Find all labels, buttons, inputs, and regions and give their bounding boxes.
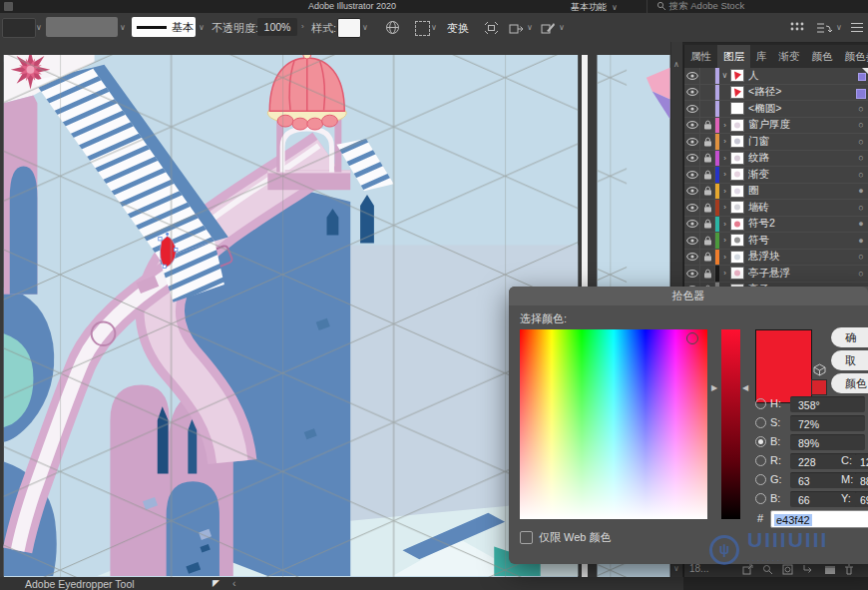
opacity-field[interactable]: 100% xyxy=(257,18,297,36)
brightness-slider[interactable] xyxy=(721,329,740,519)
layer-target-icon[interactable]: ○ xyxy=(853,269,868,279)
radio-r[interactable] xyxy=(755,455,766,466)
eye-icon[interactable] xyxy=(686,171,698,179)
out-of-web-gamut-cube-icon[interactable] xyxy=(813,363,826,376)
layer-thumbnail[interactable] xyxy=(730,135,744,148)
layer-row[interactable]: ›纹路○ xyxy=(684,151,868,168)
layer-name[interactable]: 悬浮块 xyxy=(748,250,853,264)
layer-name[interactable]: <椭圆> xyxy=(748,102,853,116)
visibility-cell[interactable] xyxy=(684,101,700,117)
lock-cell[interactable] xyxy=(700,101,715,117)
m-field[interactable]: 88 xyxy=(855,472,868,488)
lock-icon[interactable] xyxy=(703,219,712,229)
layer-name[interactable]: 墙砖 xyxy=(748,201,853,215)
visibility-cell[interactable] xyxy=(684,151,700,167)
layer-row[interactable]: <路径>◎ xyxy=(684,85,868,102)
lock-icon[interactable] xyxy=(703,203,712,213)
visibility-cell[interactable] xyxy=(684,233,700,249)
b-field[interactable]: 89% xyxy=(790,434,865,450)
layer-row[interactable]: ›窗户厚度○ xyxy=(684,118,868,135)
lock-cell[interactable] xyxy=(700,233,715,249)
layer-target-icon[interactable]: ○ xyxy=(853,153,868,163)
lock-icon[interactable] xyxy=(703,236,712,246)
visibility-cell[interactable] xyxy=(684,250,700,266)
radio-g[interactable] xyxy=(755,474,766,485)
layer-name[interactable]: 人 xyxy=(748,69,853,83)
visibility-cell[interactable] xyxy=(684,167,700,183)
lock-icon[interactable] xyxy=(703,137,712,147)
lock-cell[interactable] xyxy=(700,217,715,233)
eye-icon[interactable] xyxy=(686,187,698,195)
expand-chevron-icon[interactable]: › xyxy=(719,121,730,130)
color-field-marker[interactable] xyxy=(686,332,698,344)
layer-row[interactable]: ›墙砖○ xyxy=(684,200,868,217)
eye-icon[interactable] xyxy=(686,105,698,113)
transform-button[interactable]: 变换 xyxy=(447,21,469,36)
tab-properties[interactable]: 属性 xyxy=(684,45,717,68)
expand-chevron-icon[interactable]: › xyxy=(719,154,730,163)
layer-thumbnail[interactable] xyxy=(730,267,744,280)
layer-name[interactable]: 窗户厚度 xyxy=(748,118,853,132)
lock-cell[interactable] xyxy=(700,167,715,183)
eye-icon[interactable] xyxy=(686,154,698,162)
lock-cell[interactable] xyxy=(700,250,715,266)
eye-icon[interactable] xyxy=(686,121,698,129)
lock-icon[interactable] xyxy=(703,120,712,130)
lock-cell[interactable] xyxy=(700,134,715,150)
tab-gradient[interactable]: 渐变 xyxy=(773,45,806,68)
layer-name[interactable]: 符号2 xyxy=(748,217,853,231)
layer-row[interactable]: ›渐变○ xyxy=(684,167,868,184)
web-colors-only-checkbox[interactable] xyxy=(520,531,533,544)
stroke-style-dropdown[interactable]: 基本 xyxy=(132,17,196,37)
dialog-title[interactable]: 拾色器 xyxy=(509,287,868,305)
color-field[interactable] xyxy=(520,329,707,519)
layer-name[interactable]: 渐变 xyxy=(748,168,853,182)
layer-thumbnail[interactable] xyxy=(730,119,744,132)
layer-row[interactable]: ›悬浮块○ xyxy=(684,250,868,267)
eye-icon[interactable] xyxy=(686,253,698,261)
dots-grid-icon[interactable] xyxy=(790,22,804,34)
lock-cell[interactable] xyxy=(700,85,715,101)
eye-icon[interactable] xyxy=(686,220,698,228)
eye-icon[interactable] xyxy=(686,138,698,146)
select-behind-icon[interactable] xyxy=(415,21,430,36)
layer-name[interactable]: 符号 xyxy=(748,234,853,248)
layer-thumbnail[interactable] xyxy=(730,152,744,165)
lock-cell[interactable] xyxy=(700,184,715,200)
layer-target-icon[interactable]: ○ xyxy=(853,203,868,213)
layer-row[interactable]: ›圈● xyxy=(684,184,868,201)
layer-target-icon[interactable]: ○ xyxy=(853,120,868,130)
radio-h[interactable] xyxy=(755,398,766,409)
expand-chevron-icon[interactable]: › xyxy=(719,269,730,278)
layer-target-icon[interactable]: ● xyxy=(853,186,868,196)
fill-dropdown[interactable] xyxy=(2,18,36,38)
swatch-dropdown[interactable] xyxy=(46,17,118,37)
lock-cell[interactable] xyxy=(700,266,715,282)
layer-row[interactable]: ›符号● xyxy=(684,233,868,250)
expand-chevron-icon[interactable]: › xyxy=(719,187,730,196)
layer-row[interactable]: ›符号2● xyxy=(684,217,868,234)
prev-artboard-icon[interactable]: ‹ xyxy=(232,577,236,589)
eye-icon[interactable] xyxy=(686,204,698,212)
c-field[interactable]: 12 xyxy=(855,453,868,469)
align-icon[interactable] xyxy=(484,21,499,35)
lock-icon[interactable] xyxy=(703,170,712,180)
eye-icon[interactable] xyxy=(686,270,698,278)
layer-name[interactable]: 门窗 xyxy=(748,135,853,149)
layer-row[interactable]: ›亭子悬浮○ xyxy=(684,266,868,283)
radio-b2[interactable] xyxy=(755,493,766,504)
paragraph-style-icon[interactable] xyxy=(816,21,832,35)
lock-icon[interactable] xyxy=(703,153,712,163)
visibility-cell[interactable] xyxy=(684,266,700,282)
eye-icon[interactable] xyxy=(686,72,698,80)
lock-icon[interactable] xyxy=(703,252,712,262)
shape-modes-icon[interactable] xyxy=(509,21,524,35)
color-libraries-button[interactable]: 颜色 xyxy=(831,373,868,393)
visibility-cell[interactable] xyxy=(684,200,700,216)
expand-chevron-icon[interactable]: ∨ xyxy=(719,71,730,80)
cancel-button[interactable]: 取 xyxy=(831,350,868,370)
lock-cell[interactable] xyxy=(700,151,715,167)
layer-thumbnail[interactable] xyxy=(730,201,744,214)
layer-row[interactable]: <椭圆>○ xyxy=(684,101,868,118)
layer-name[interactable]: 亭子悬浮 xyxy=(748,267,853,281)
